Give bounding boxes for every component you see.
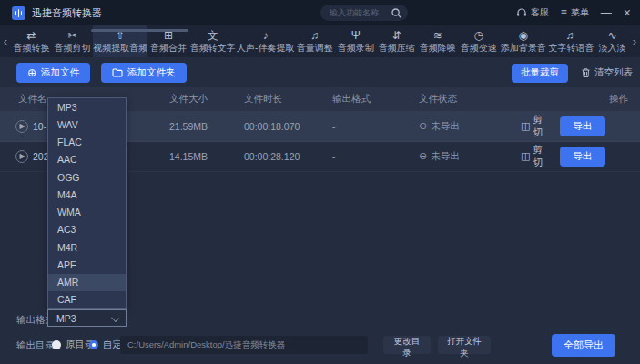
format-option-mp3[interactable]: MP3 <box>48 98 126 116</box>
tab-text-to-speech[interactable]: ♬ 文字转语音 <box>547 25 595 57</box>
file-size: 14.15MB <box>169 151 244 162</box>
scissors-icon: ✂ <box>67 30 76 42</box>
file-status: ⊖ 未导出 <box>419 150 521 163</box>
file-toolbar: ⊕ 添加文件 添加文件夹 批量裁剪 清空列表 <box>16 63 633 83</box>
nav-scroll-right-icon[interactable]: › <box>629 25 640 57</box>
file-status: ⊖ 未导出 <box>419 120 521 133</box>
microphone-icon: Ψ <box>351 30 361 42</box>
close-button[interactable]: × <box>624 6 631 19</box>
radio-selected-icon <box>89 340 98 349</box>
format-option-amr[interactable]: AMR <box>48 274 126 291</box>
col-file-status: 文件状态 <box>419 93 521 106</box>
function-search[interactable] <box>320 5 408 21</box>
text-to-speech-icon: ♬ <box>565 30 576 42</box>
search-icon[interactable] <box>391 8 401 18</box>
change-dir-button[interactable]: 更改目录 <box>383 336 431 354</box>
compress-icon: ⇵ <box>392 30 401 42</box>
customer-service-button[interactable]: 客服 <box>516 6 549 19</box>
format-option-m4a[interactable]: M4A <box>48 186 126 203</box>
file-size: 21.59MB <box>169 121 244 132</box>
cut-button[interactable]: ◫ 剪切 <box>521 114 548 139</box>
nav-scroll-left-icon[interactable]: ‹ <box>0 25 11 57</box>
tab-add-background-music[interactable]: ◉ 添加背景音 <box>499 25 547 57</box>
output-format-value: - <box>332 121 419 132</box>
minimize-button[interactable]: — <box>601 7 612 18</box>
format-dropdown-list: MP3 WAV FLAC AAC OGG M4A WMA AC3 M4R APE… <box>47 97 127 309</box>
headset-icon <box>516 7 527 18</box>
file-duration: 00:00:28.120 <box>244 151 332 162</box>
tab-fade[interactable]: ∿ 淡入淡 <box>595 25 629 57</box>
output-path-input[interactable] <box>120 340 368 350</box>
fade-icon: ∿ <box>607 30 616 42</box>
open-folder-button[interactable]: 打开文件夹 <box>438 336 491 354</box>
format-option-aac[interactable]: AAC <box>48 151 126 168</box>
col-file-size: 文件大小 <box>169 93 244 106</box>
menu-label: 菜单 <box>571 6 589 19</box>
format-option-flac[interactable]: FLAC <box>48 134 126 151</box>
output-format-value: - <box>332 151 419 162</box>
volume-icon: ♫ <box>310 30 319 42</box>
tab-vocal-extract[interactable]: ♪ 人声-伴奏提取 <box>237 25 294 57</box>
radio-unselected-icon <box>52 340 61 349</box>
vocal-extract-icon: ♪ <box>263 30 269 42</box>
tab-audio-cut[interactable]: ✂ 音频剪切 <box>52 25 93 57</box>
customer-service-label: 客服 <box>531 6 549 19</box>
background-music-icon: ◉ <box>518 30 527 42</box>
tab-audio-record[interactable]: Ψ 音频录制 <box>335 25 376 57</box>
title-bar: 迅捷音频转换器 客服 ≡ 菜单 — × <box>0 0 640 25</box>
export-button[interactable]: 导出 <box>560 116 605 136</box>
menu-button[interactable]: ≡ 菜单 <box>561 6 589 19</box>
tab-audio-convert[interactable]: ⇄ 音频转换 <box>11 25 52 57</box>
format-option-ogg[interactable]: OGG <box>48 168 126 186</box>
col-output-format: 输出格式 <box>332 93 419 106</box>
folder-icon <box>112 68 123 77</box>
app-title: 迅捷音频转换器 <box>32 6 102 20</box>
cut-icon: ◫ <box>521 150 530 162</box>
clear-list-button[interactable]: 清空列表 <box>581 66 633 79</box>
batch-crop-button[interactable]: 批量裁剪 <box>512 64 568 83</box>
denoise-icon: ≋ <box>433 30 442 42</box>
format-option-wav[interactable]: WAV <box>48 116 126 133</box>
audio-convert-icon: ⇄ <box>26 30 36 42</box>
tab-audio-to-text[interactable]: 文 音频转文字 <box>188 25 237 57</box>
not-exported-icon: ⊖ <box>419 150 427 162</box>
format-option-ape[interactable]: APE <box>48 256 126 273</box>
cut-button[interactable]: ◫ 剪切 <box>521 144 548 169</box>
search-input[interactable] <box>320 8 391 17</box>
output-format-select[interactable]: MP3 <box>47 309 127 327</box>
tab-audio-compress[interactable]: ⇵ 音频压缩 <box>376 25 417 57</box>
app-logo-icon <box>12 6 25 20</box>
tab-volume-adjust[interactable]: ♫ 音量调整 <box>294 25 335 57</box>
add-folder-button[interactable]: 添加文件夹 <box>101 63 187 83</box>
file-duration: 00:00:18.070 <box>244 121 332 132</box>
speed-icon: ◷ <box>474 30 483 42</box>
tab-audio-denoise[interactable]: ≋ 音频降噪 <box>417 25 458 57</box>
audio-to-text-icon: 文 <box>208 30 218 42</box>
trash-icon <box>581 67 591 78</box>
play-icon[interactable]: ▶ <box>15 150 28 163</box>
export-all-button[interactable]: 全部导出 <box>552 334 615 357</box>
output-path-field[interactable] <box>120 336 368 354</box>
format-option-wma[interactable]: WMA <box>48 204 126 221</box>
hamburger-icon: ≡ <box>561 7 567 18</box>
play-icon[interactable]: ▶ <box>15 120 28 133</box>
tab-audio-speed[interactable]: ◷ 音频变速 <box>458 25 499 57</box>
format-option-caf[interactable]: CAF <box>48 291 126 308</box>
format-option-ac3[interactable]: AC3 <box>48 221 126 238</box>
not-exported-icon: ⊖ <box>419 120 427 132</box>
cut-icon: ◫ <box>521 120 530 132</box>
format-option-m4r[interactable]: M4R <box>48 238 126 256</box>
nav-scrollbar-thumb[interactable] <box>91 29 188 32</box>
radio-original-dir[interactable]: 原目录 <box>52 339 95 351</box>
plus-icon: ⊕ <box>27 67 36 78</box>
col-file-duration: 文件时长 <box>244 93 332 106</box>
export-button[interactable]: 导出 <box>560 147 605 167</box>
add-file-button[interactable]: ⊕ 添加文件 <box>16 63 90 83</box>
chevron-down-icon <box>111 314 119 322</box>
col-operations: 操作 <box>521 93 640 106</box>
